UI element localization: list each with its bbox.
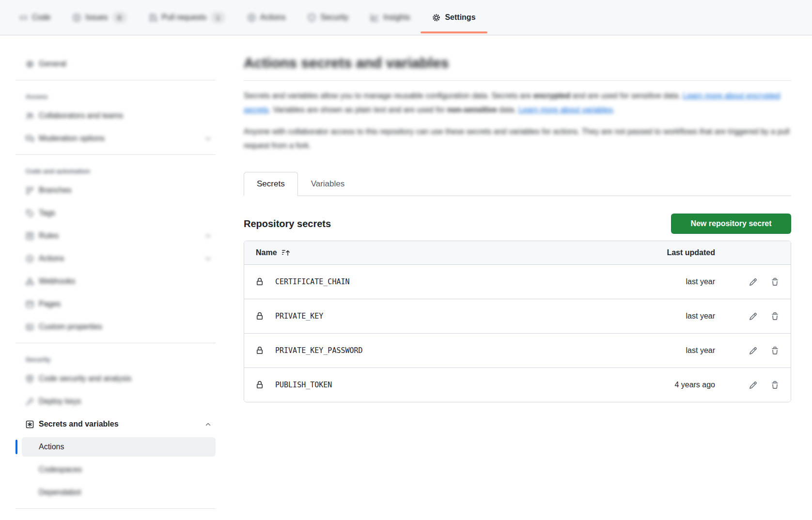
sidebar-item-label: Collaborators and teams [39,111,123,120]
sidebar-item-label: Dependabot [39,488,81,497]
page-title: Actions secrets and variables [244,54,791,72]
play-circle-icon [26,255,34,263]
sidebar-item-collaborators[interactable]: Collaborators and teams [22,106,216,125]
tab-variables[interactable]: Variables [298,172,358,196]
sidebar-item-label: Tags [39,209,55,217]
sidebar-item-deploy-keys[interactable]: Deploy keys [22,392,216,411]
secret-name: PRIVATE_KEY [275,312,323,321]
gear-icon [26,60,34,68]
tab-settings[interactable]: Settings [430,0,477,35]
key-icon [26,398,34,406]
edit-secret-button[interactable] [749,278,757,286]
sidebar-item-label: Moderation options [39,134,105,143]
sidebar-divider [16,343,216,343]
sidebar-item-tags[interactable]: Tags [22,203,216,223]
lock-icon [256,312,264,320]
delete-secret-button[interactable] [771,312,779,321]
tab-actions[interactable]: Actions [246,0,287,35]
sidebar-item-custom-properties[interactable]: Custom properties [22,317,216,336]
sidebar-item-label: Branches [39,186,72,195]
chevron-down-icon [204,135,212,142]
browser-icon [26,300,34,308]
column-header-name: Name [256,248,277,257]
sort-ascending-icon [282,249,290,257]
sidebar-item-code-security[interactable]: Code security and analysis [22,369,216,388]
tab-security[interactable]: Security [306,0,350,35]
tab-insights[interactable]: Insights [369,0,412,35]
tab-label: Security [320,13,348,22]
secret-name: PUBLISH_TOKEN [275,381,332,389]
tab-label: Insights [383,13,410,22]
secret-last-updated: last year [633,346,715,355]
variables-link[interactable]: Learn more about variables [518,106,613,114]
sidebar-divider [16,80,216,80]
tab-secrets[interactable]: Secrets [244,172,298,196]
pencil-icon [749,312,757,321]
secret-last-updated: last year [633,312,715,321]
title-divider [244,80,791,81]
table-row: PRIVATE_KEY_PASSWORD last year [244,333,791,367]
graph-icon [371,14,379,22]
sidebar-item-general[interactable]: General [22,54,216,74]
tab-issues[interactable]: Issues 8 [71,0,128,35]
secret-last-updated: last year [633,277,715,286]
sidebar-section-code-and-automation: Code and automation [22,168,216,175]
table-row: PUBLISH_TOKEN 4 years ago [244,367,791,402]
delete-secret-button[interactable] [771,278,779,286]
table-row: CERTIFICATE_CHAIN last year [244,264,791,299]
sidebar-item-rules[interactable]: Rules [22,226,216,245]
sidebar-item-moderation-options[interactable]: Moderation options [22,129,216,148]
tab-label: Issues [85,13,108,22]
sidebar-divider [16,508,216,509]
delete-secret-button[interactable] [771,347,779,355]
table-row: PRIVATE_KEY last year [244,299,791,333]
issue-opened-icon [73,14,81,22]
pencil-icon [749,381,757,389]
trash-icon [771,347,779,355]
secret-name: PRIVATE_KEY_PASSWORD [275,346,363,355]
sidebar-item-pages[interactable]: Pages [22,294,216,314]
column-header-last-updated: Last updated [633,248,715,257]
secrets-table: Name Last updated CERTIFICATE_CHAIN last… [244,241,791,402]
lock-icon [256,278,264,286]
trash-icon [771,381,779,389]
description-paragraph-2: Anyone with collaborator access to this … [244,124,791,153]
secret-last-updated: 4 years ago [633,381,715,389]
play-circle-icon [248,14,256,22]
edit-secret-button[interactable] [749,381,757,389]
sidebar-item-label: Actions [39,254,64,263]
sidebar-item-label: Custom properties [39,322,102,331]
new-repository-secret-button[interactable]: New repository secret [671,214,791,234]
delete-secret-button[interactable] [771,381,779,389]
sidebar-item-label: Rules [39,231,59,240]
sidebar-item-secrets-and-variables[interactable]: Secrets and variables [22,414,216,434]
sidebar-item-webhooks[interactable]: Webhooks [22,272,216,291]
encrypted-emphasis: encrypted [533,92,570,100]
edit-secret-button[interactable] [749,347,757,355]
gear-icon [432,14,440,22]
sidebar-item-label: Webhooks [39,277,75,286]
sidebar-item-label: Secrets and variables [39,420,119,428]
tab-label: Actions [260,13,285,22]
codescan-icon [26,375,34,383]
sidebar-subitem-codespaces[interactable]: Codespaces [22,460,216,479]
pull-request-icon [149,14,157,22]
sidebar-item-label: Actions [39,443,64,451]
tab-label: Settings [445,13,475,22]
sidebar-item-actions[interactable]: Actions [22,249,216,268]
tab-code[interactable]: Code [17,0,52,35]
secret-name: CERTIFICATE_CHAIN [275,277,350,286]
pencil-icon [749,278,757,286]
key-asterisk-icon [26,420,34,428]
tab-pull-requests[interactable]: Pull requests 1 [147,0,228,35]
sidebar-item-label: Pages [39,300,61,308]
sidebar-subitem-actions[interactable]: Actions [22,437,216,457]
settings-content: Actions secrets and variables Secrets an… [220,35,812,402]
sidebar-divider [16,154,216,155]
secrets-table-header: Name Last updated [244,241,791,264]
sidebar-item-branches[interactable]: Branches [22,181,216,200]
sidebar-subitem-dependabot[interactable]: Dependabot [22,483,216,502]
sidebar-item-label: Deploy keys [39,397,81,406]
chevron-down-icon [204,255,212,262]
edit-secret-button[interactable] [749,312,757,321]
